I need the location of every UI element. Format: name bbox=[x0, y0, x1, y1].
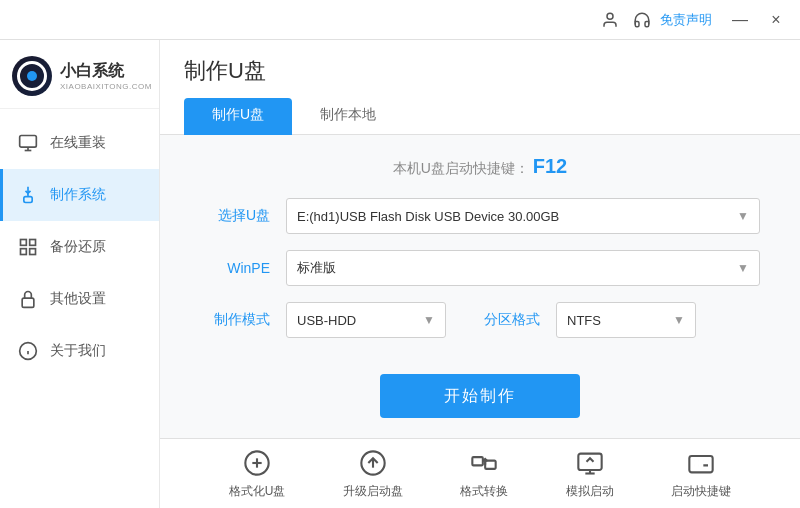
sidebar-item-make-system[interactable]: 制作系统 bbox=[0, 169, 159, 221]
svg-rect-10 bbox=[22, 298, 34, 307]
logo-icon bbox=[12, 56, 52, 96]
sidebar-item-backup-restore[interactable]: 备份还原 bbox=[0, 221, 159, 273]
tool-upgrade-boot[interactable]: 升级启动盘 bbox=[343, 447, 403, 500]
page-header: 制作U盘 制作U盘 制作本地 bbox=[160, 40, 800, 135]
mode-arrow-icon: ▼ bbox=[423, 313, 435, 327]
udisk-value: E:(hd1)USB Flash Disk USB Device 30.00GB bbox=[297, 209, 559, 224]
partition-select-box[interactable]: NTFS ▼ bbox=[556, 302, 696, 338]
partition-arrow-icon: ▼ bbox=[673, 313, 685, 327]
tool-boot-shortcut[interactable]: 启动快捷键 bbox=[671, 447, 731, 500]
svg-rect-1 bbox=[20, 136, 37, 148]
udisk-label: 选择U盘 bbox=[200, 207, 270, 225]
svg-rect-6 bbox=[21, 240, 27, 246]
logo-text: 小白系统 XIAOBAIXITONG.COM bbox=[60, 61, 152, 91]
tool-format-convert[interactable]: 格式转换 bbox=[460, 447, 508, 500]
sidebar-label-other-settings: 其他设置 bbox=[50, 290, 106, 308]
upgrade-boot-icon bbox=[357, 447, 389, 479]
winpe-row: WinPE 标准版 ▼ bbox=[200, 250, 760, 286]
svg-rect-4 bbox=[24, 197, 32, 203]
form-area: 本机U盘启动快捷键： F12 选择U盘 E:(hd1)USB Flash Dis… bbox=[160, 135, 800, 438]
svg-rect-19 bbox=[578, 454, 601, 470]
free-declaration-link[interactable]: 免责声明 bbox=[660, 11, 712, 29]
start-button[interactable]: 开始制作 bbox=[380, 374, 580, 418]
winpe-label: WinPE bbox=[200, 260, 270, 276]
sidebar-label-backup-restore: 备份还原 bbox=[50, 238, 106, 256]
tool-format-convert-label: 格式转换 bbox=[460, 483, 508, 500]
content-area: 制作U盘 制作U盘 制作本地 本机U盘启动快捷键： F12 选择U盘 E:(hd… bbox=[160, 40, 800, 508]
monitor-icon bbox=[16, 131, 40, 155]
sidebar-item-online-reinstall[interactable]: 在线重装 bbox=[0, 117, 159, 169]
winpe-select[interactable]: 标准版 ▼ bbox=[286, 250, 760, 286]
logo-name: 小白系统 bbox=[60, 61, 152, 82]
info-icon bbox=[16, 339, 40, 363]
svg-rect-8 bbox=[21, 249, 27, 255]
sidebar: 小白系统 XIAOBAIXITONG.COM 在线重装 bbox=[0, 40, 160, 508]
winpe-arrow-icon: ▼ bbox=[737, 261, 749, 275]
simulate-boot-icon bbox=[574, 447, 606, 479]
svg-rect-9 bbox=[30, 249, 36, 255]
tab-bar: 制作U盘 制作本地 bbox=[184, 98, 776, 134]
mode-row: 制作模式 USB-HDD ▼ 分区格式 NTFS ▼ bbox=[200, 302, 760, 338]
svg-rect-7 bbox=[30, 240, 36, 246]
winpe-select-box[interactable]: 标准版 ▼ bbox=[286, 250, 760, 286]
tool-format-udisk-label: 格式化U盘 bbox=[229, 483, 286, 500]
svg-point-0 bbox=[607, 13, 613, 19]
sidebar-label-online-reinstall: 在线重装 bbox=[50, 134, 106, 152]
udisk-arrow-icon: ▼ bbox=[737, 209, 749, 223]
part-label: 分区格式 bbox=[470, 311, 540, 329]
sidebar-label-about-us: 关于我们 bbox=[50, 342, 106, 360]
tool-simulate-boot-label: 模拟启动 bbox=[566, 483, 614, 500]
format-udisk-icon bbox=[241, 447, 273, 479]
grid-icon bbox=[16, 235, 40, 259]
tool-boot-shortcut-label: 启动快捷键 bbox=[671, 483, 731, 500]
sidebar-nav: 在线重装 制作系统 bbox=[0, 109, 159, 508]
minimize-button[interactable]: — bbox=[724, 6, 756, 34]
partition-value: NTFS bbox=[567, 313, 601, 328]
user-icon[interactable] bbox=[596, 6, 624, 34]
format-convert-icon bbox=[468, 447, 500, 479]
title-bar-right: 免责声明 — × bbox=[596, 6, 792, 34]
sidebar-item-about-us[interactable]: 关于我们 bbox=[0, 325, 159, 377]
udisk-row: 选择U盘 E:(hd1)USB Flash Disk USB Device 30… bbox=[200, 198, 760, 234]
logo: 小白系统 XIAOBAIXITONG.COM bbox=[0, 40, 159, 109]
title-bar: 免责声明 — × bbox=[0, 0, 800, 40]
support-icon[interactable] bbox=[628, 6, 656, 34]
usb-icon bbox=[16, 183, 40, 207]
shortcut-key: F12 bbox=[533, 155, 567, 177]
page-title: 制作U盘 bbox=[184, 56, 776, 86]
svg-rect-22 bbox=[690, 456, 713, 472]
lock-icon bbox=[16, 287, 40, 311]
mode-select[interactable]: USB-HDD ▼ bbox=[286, 302, 446, 338]
mode-select-box[interactable]: USB-HDD ▼ bbox=[286, 302, 446, 338]
tool-simulate-boot[interactable]: 模拟启动 bbox=[566, 447, 614, 500]
active-indicator bbox=[0, 169, 3, 221]
logo-sub: XIAOBAIXITONG.COM bbox=[60, 82, 152, 91]
boot-shortcut-icon bbox=[685, 447, 717, 479]
tab-make-local[interactable]: 制作本地 bbox=[292, 98, 404, 135]
shortcut-info: 本机U盘启动快捷键： F12 bbox=[200, 155, 760, 178]
tool-format-udisk[interactable]: 格式化U盘 bbox=[229, 447, 286, 500]
close-button[interactable]: × bbox=[760, 6, 792, 34]
main-layout: 小白系统 XIAOBAIXITONG.COM 在线重装 bbox=[0, 40, 800, 508]
winpe-value: 标准版 bbox=[297, 259, 336, 277]
bottom-toolbar: 格式化U盘 升级启动盘 bbox=[160, 438, 800, 508]
udisk-select-box[interactable]: E:(hd1)USB Flash Disk USB Device 30.00GB… bbox=[286, 198, 760, 234]
tab-make-udisk[interactable]: 制作U盘 bbox=[184, 98, 292, 135]
shortcut-prefix: 本机U盘启动快捷键： bbox=[393, 160, 529, 176]
mode-value: USB-HDD bbox=[297, 313, 356, 328]
udisk-select[interactable]: E:(hd1)USB Flash Disk USB Device 30.00GB… bbox=[286, 198, 760, 234]
sidebar-item-other-settings[interactable]: 其他设置 bbox=[0, 273, 159, 325]
mode-label: 制作模式 bbox=[200, 311, 270, 329]
tool-upgrade-boot-label: 升级启动盘 bbox=[343, 483, 403, 500]
svg-rect-17 bbox=[473, 457, 484, 465]
partition-select[interactable]: NTFS ▼ bbox=[556, 302, 696, 338]
sidebar-label-make-system: 制作系统 bbox=[50, 186, 106, 204]
